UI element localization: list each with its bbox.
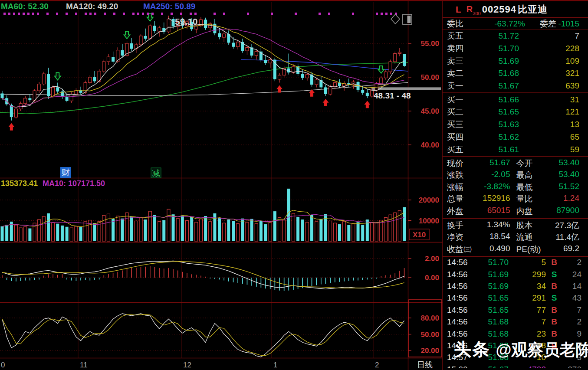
chart-series-element	[381, 13, 383, 15]
order-price: 51.70	[477, 44, 519, 53]
tick-price: 51.65	[474, 305, 509, 315]
weibi-label: 委比	[447, 18, 479, 29]
order-volume: 59	[519, 145, 579, 154]
trading-terminal: 55.0050.0045.0040.0020000100002.000.0080…	[0, 0, 588, 370]
chart-series-element	[70, 228, 73, 241]
tick-row[interactable]: 14:5651.705B2	[443, 257, 588, 268]
chart-series-element: 45.00	[420, 107, 439, 115]
sell-order-row[interactable]: 卖三51.69109	[443, 55, 588, 67]
sell-order-row[interactable]: 卖四51.70228	[443, 43, 588, 55]
chart-series-element	[46, 13, 49, 15]
chart-series-element	[181, 216, 184, 241]
chart-series-element	[56, 13, 58, 15]
chart-series-element: 11	[80, 361, 88, 369]
chart-series-element	[158, 28, 161, 31]
chart-series-element	[329, 87, 332, 94]
order-price: 51.66	[477, 95, 519, 105]
stat-label: 现价	[447, 158, 480, 169]
buy-order-row[interactable]: 买三51.6313	[443, 118, 588, 131]
chart-series-element	[139, 36, 142, 45]
chart-canvas[interactable]: 55.0050.0045.0040.0020000100002.000.0080…	[0, 0, 443, 370]
chart-series-element	[269, 223, 272, 241]
buy-order-row[interactable]: 买一51.6631	[443, 93, 588, 106]
chart-series-element	[292, 213, 295, 241]
chart-series-element	[403, 207, 406, 241]
chart-series-element	[269, 59, 272, 63]
tick-price: 51.70	[474, 258, 509, 267]
tick-row[interactable]: 15:0051.674733270	[443, 363, 588, 367]
chart-series-element	[241, 219, 244, 241]
order-volume: 13	[519, 120, 579, 129]
chart-series-element	[323, 99, 329, 106]
stat-row: 涨跌-2.05最高53.40	[443, 169, 588, 181]
chart-series-element: 10000	[419, 217, 439, 225]
tick-side: B	[546, 282, 562, 291]
stat-label: 涨幅	[447, 182, 480, 193]
chart-series-element	[3, 13, 6, 15]
chart-series-element	[94, 13, 96, 15]
tick-row[interactable]: 14:5651.6577B7	[443, 304, 588, 316]
stock-header[interactable]: L R 300 002594 比亚迪	[443, 1, 588, 18]
tick-row[interactable]: 14:5651.687B2	[443, 316, 588, 328]
stat-cell: 最低51.52	[516, 182, 580, 193]
chart-series-element	[1, 226, 4, 241]
chart-series-element	[89, 77, 92, 82]
stat-row: 外盘65015内盘87900	[443, 205, 588, 217]
chart-series-element	[47, 213, 50, 241]
chart-series-element	[296, 217, 299, 241]
chart-series-element	[246, 47, 249, 51]
chart-series-element	[361, 225, 364, 241]
chart-series-element	[352, 224, 355, 241]
stat-row: 净资18.54流通11.4亿	[443, 231, 588, 243]
sell-order-row[interactable]: 卖一51.67639	[443, 80, 588, 92]
buy-order-row[interactable]: 买四51.6265	[443, 131, 588, 144]
tick-row[interactable]: 14:5651.65291S43	[443, 292, 588, 304]
order-level-label: 卖三	[447, 56, 477, 67]
chart-series-element	[5, 225, 8, 241]
stat-cell: 换手1.34%	[447, 220, 510, 231]
chart-series-element	[357, 222, 360, 241]
chart-series-element	[24, 98, 27, 103]
stat-value: -2.05	[480, 170, 510, 181]
stat-label: 涨跌	[447, 170, 480, 181]
chart-series-element	[315, 80, 318, 85]
split-layout-icon[interactable]	[403, 14, 412, 24]
stat-cell: 现价51.67	[447, 158, 510, 169]
sell-order-row[interactable]: 卖五51.727	[443, 30, 588, 43]
chart-series-element	[161, 13, 163, 15]
index300-flag: 300	[473, 11, 480, 16]
chart-series-element	[113, 13, 115, 15]
buy-order-row[interactable]: 买五51.6159	[443, 143, 588, 156]
chart-series-element: 55.00	[420, 39, 439, 48]
buy-order-row[interactable]: 买二51.65121	[443, 106, 588, 118]
chart-series-element	[324, 87, 327, 94]
order-volume: 65	[519, 132, 579, 142]
order-volume: 321	[519, 69, 579, 78]
chart-series-element	[139, 217, 142, 241]
chart-series-element: 50.00	[420, 73, 439, 82]
order-volume: 7	[519, 31, 579, 41]
diamond-icon[interactable]	[391, 14, 400, 24]
chart-series-element	[79, 227, 82, 241]
sell-order-row[interactable]: 卖二51.68321	[443, 67, 588, 80]
stat-row: 总量152916量比1.24	[443, 193, 588, 206]
tick-row[interactable]: 14:5651.69299S24	[443, 268, 588, 280]
chart-series-element	[135, 221, 138, 241]
chart-series-element	[371, 222, 374, 241]
chart-series-element	[180, 13, 182, 15]
weicha-value: -1015	[556, 19, 579, 29]
ma60-legend: MA60: 52.30	[1, 2, 49, 11]
chart-series-element: 2	[375, 361, 379, 369]
chart-series-element	[278, 217, 281, 241]
tick-row[interactable]: 14:5651.6934B14	[443, 280, 588, 292]
stat-cell: 内盘87900	[516, 206, 580, 217]
chart-series-element: 2.00	[425, 255, 439, 263]
stat-value: 51.67	[480, 158, 510, 169]
period-label[interactable]: 日线	[417, 360, 433, 369]
stat-value: 152916	[480, 193, 510, 205]
chart-series-element	[130, 216, 133, 241]
watermark: 头条 @观察员老陈	[454, 337, 588, 361]
chart-series-element	[271, 13, 273, 15]
tick-count: 24	[562, 270, 581, 279]
stat-cell: 流通11.4亿	[516, 232, 580, 243]
